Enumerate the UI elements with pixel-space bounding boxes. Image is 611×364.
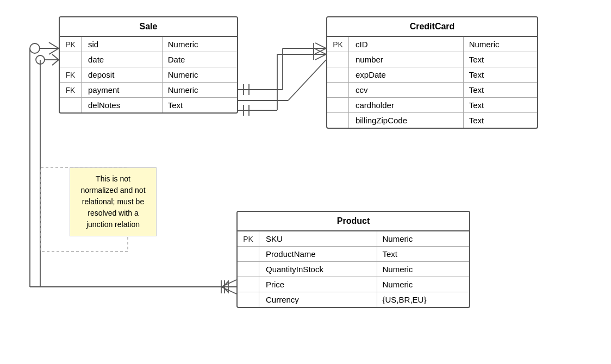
table-row: QuantityInStock Numeric	[238, 262, 469, 277]
svg-line-8	[223, 287, 228, 292]
cc-number-key	[327, 52, 349, 67]
cc-expdate-key	[327, 67, 349, 83]
creditcard-title: CreditCard	[327, 17, 537, 37]
svg-line-21	[221, 287, 236, 294]
svg-line-7	[223, 281, 228, 287]
cc-expdate-type: Text	[464, 67, 537, 83]
note-text: This is not normalized and not relationa…	[80, 174, 145, 229]
cc-cardholder-key	[327, 98, 349, 113]
table-row: FK payment Numeric	[60, 83, 237, 98]
sale-deposit-name: deposit	[82, 67, 163, 83]
prod-price-type: Numeric	[377, 277, 469, 292]
cc-number-type: Text	[464, 52, 537, 67]
sale-sid-type: Numeric	[163, 37, 237, 52]
svg-line-2	[52, 54, 59, 60]
sale-delnotes-name: delNotes	[82, 98, 163, 112]
sale-body: PK sid Numeric date Date FK deposit Nume…	[60, 37, 237, 112]
table-row: ccv Text	[327, 83, 537, 98]
svg-line-27	[315, 43, 326, 48]
product-body: PK SKU Numeric ProductName Text Quantity…	[238, 231, 469, 307]
prod-sku-type: Numeric	[377, 231, 469, 247]
prod-qtyinstock-type: Numeric	[377, 262, 469, 277]
cc-billingzip-type: Text	[464, 113, 537, 128]
sale-payment-type: Numeric	[163, 83, 237, 98]
table-row: Price Numeric	[238, 277, 469, 292]
table-row: PK sid Numeric	[60, 37, 237, 52]
sale-deposit-type: Numeric	[163, 67, 237, 83]
svg-point-12	[30, 43, 40, 53]
table-row: billingZipCode Text	[327, 113, 537, 128]
svg-line-15	[49, 48, 59, 54]
prod-sku-name: SKU	[259, 231, 377, 247]
table-row: cardholder Text	[327, 98, 537, 113]
cc-ccv-key	[327, 83, 349, 98]
prod-productname-type: Text	[377, 247, 469, 262]
sale-date-key	[60, 52, 82, 67]
svg-line-35	[315, 49, 326, 54]
table-row: expDate Text	[327, 67, 537, 83]
note-box: This is not normalized and not relationa…	[70, 167, 157, 236]
sale-payment-name: payment	[82, 83, 163, 98]
cc-billingzip-name: billingZipCode	[349, 113, 464, 128]
product-title: Product	[238, 212, 469, 231]
prod-qtyinstock-key	[238, 262, 259, 277]
cc-number-name: number	[349, 52, 464, 67]
prod-price-name: Price	[259, 277, 377, 292]
prod-currency-name: Currency	[259, 292, 377, 307]
prod-price-key	[238, 277, 259, 292]
creditcard-body: PK cID Numeric number Text expDate Text …	[327, 37, 537, 128]
svg-line-36	[315, 54, 326, 60]
sale-payment-key: FK	[60, 83, 82, 98]
cc-cid-key: PK	[327, 37, 349, 52]
sale-date-type: Date	[163, 52, 237, 67]
table-row: PK cID Numeric	[327, 37, 537, 52]
svg-line-28	[315, 48, 326, 54]
table-row: delNotes Text	[60, 98, 237, 112]
diagram-container: Sale PK sid Numeric date Date FK deposit…	[0, 0, 611, 364]
product-table: Product PK SKU Numeric ProductName Text …	[236, 211, 470, 308]
cc-ccv-name: ccv	[349, 83, 464, 98]
cc-cardholder-name: cardholder	[349, 98, 464, 113]
sale-sid-name: sid	[82, 37, 163, 52]
sale-title: Sale	[60, 17, 237, 37]
cc-billingzip-key	[327, 113, 349, 128]
prod-currency-type: {US,BR,EU}	[377, 292, 469, 307]
creditcard-table: CreditCard PK cID Numeric number Text ex…	[326, 16, 538, 129]
sale-delnotes-type: Text	[163, 98, 237, 112]
prod-sku-key: PK	[238, 231, 259, 247]
table-row: ProductName Text	[238, 247, 469, 262]
sale-date-name: date	[82, 52, 163, 67]
cc-expdate-name: expDate	[349, 67, 464, 83]
cc-ccv-type: Text	[464, 83, 537, 98]
svg-line-11	[288, 60, 326, 101]
prod-productname-name: ProductName	[259, 247, 377, 262]
table-row: number Text	[327, 52, 537, 67]
table-row: date Date	[60, 52, 237, 67]
sale-sid-key: PK	[60, 37, 82, 52]
svg-point-0	[36, 55, 45, 64]
sale-deposit-key: FK	[60, 67, 82, 83]
table-row: PK SKU Numeric	[238, 231, 469, 247]
cc-cardholder-type: Text	[464, 98, 537, 113]
svg-line-3	[52, 60, 59, 65]
sale-table: Sale PK sid Numeric date Date FK deposit…	[59, 16, 238, 114]
svg-line-14	[49, 42, 59, 48]
prod-qtyinstock-name: QuantityInStock	[259, 262, 377, 277]
cc-cid-type: Numeric	[464, 37, 537, 52]
cc-cid-name: cID	[349, 37, 464, 52]
svg-line-20	[221, 280, 236, 287]
prod-currency-key	[238, 292, 259, 307]
prod-productname-key	[238, 247, 259, 262]
sale-delnotes-key	[60, 98, 82, 112]
table-row: FK deposit Numeric	[60, 67, 237, 83]
table-row: Currency {US,BR,EU}	[238, 292, 469, 307]
